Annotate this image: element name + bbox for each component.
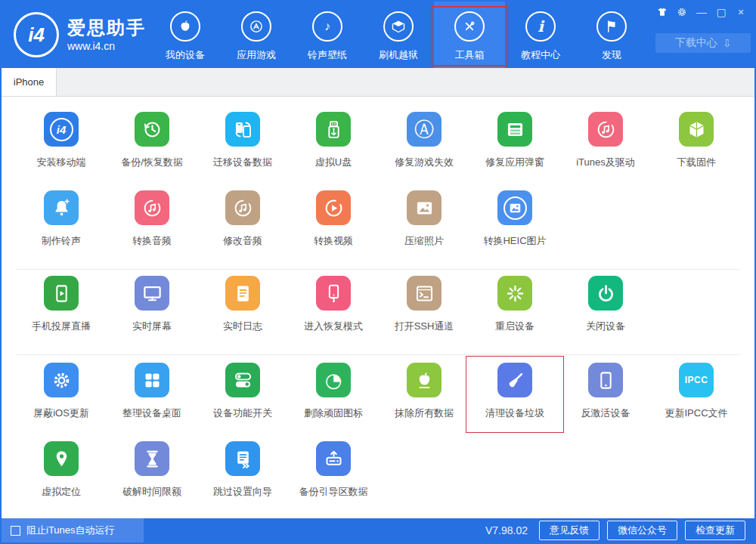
tool-itunes-driver[interactable]: iTunes及驱动 <box>560 112 651 190</box>
tool-update-ipcc[interactable]: IPCC更新IPCC文件 <box>651 363 742 441</box>
settings-button[interactable] <box>674 5 689 19</box>
tool-make-ringtone[interactable]: 制作铃声 <box>16 190 107 269</box>
skin-button[interactable] <box>655 5 670 19</box>
ipcc-text-icon: IPCC <box>685 375 708 385</box>
tool-block-ios-update[interactable]: 屏蔽iOS更新 <box>16 363 107 441</box>
tool-convert-audio[interactable]: 转换音频 <box>107 190 197 269</box>
appstore-icon <box>249 19 264 34</box>
tool-virtual-location[interactable]: 虚拟定位 <box>16 441 107 520</box>
apple-erase-icon <box>414 370 435 391</box>
tool-live-log[interactable]: 实时日志 <box>197 276 288 354</box>
nav-label: 铃声壁纸 <box>308 48 347 62</box>
drive-backup-icon <box>324 449 344 469</box>
tool-label: 迁移设备数据 <box>213 156 272 169</box>
hourglass-icon <box>142 449 163 469</box>
app-url: www.i4.cn <box>67 40 146 52</box>
footer: 阻止iTunes自动运行 V7.98.02 意见反馈微信公众号检查更新 <box>2 518 754 542</box>
tool-compress-photos[interactable]: 压缩照片 <box>379 190 469 269</box>
tool-label: 虚拟U盘 <box>315 156 352 169</box>
tool-label: 转换音频 <box>132 234 172 248</box>
music-gear-icon <box>596 119 616 140</box>
tool-backup-boot-data[interactable]: 备份引导区数据 <box>288 441 379 520</box>
tool-convert-heic[interactable]: 转换HEIC图片 <box>469 190 560 269</box>
block-itunes-label: 阻止iTunes自动运行 <box>26 524 115 537</box>
version-label: V7.98.02 <box>485 524 528 536</box>
maximize-icon: ▢ <box>716 7 726 17</box>
photo-icon <box>414 198 435 218</box>
tool-label: 关闭设备 <box>586 320 625 333</box>
tool-label: 抹除所有数据 <box>395 406 454 420</box>
checkbox-icon[interactable] <box>11 526 20 536</box>
tool-label: 备份引导区数据 <box>299 485 368 499</box>
footer-buttons: 意见反馈微信公众号检查更新 <box>539 521 745 540</box>
minimize-button[interactable]: — <box>694 5 709 19</box>
check-update-button[interactable]: 检查更新 <box>685 521 745 540</box>
tool-label: 跳过设置向导 <box>213 485 272 499</box>
app-window: i4 爱思助手 www.i4.cn 我的设备应用游戏♪铃声壁纸刷机越狱工具箱i教… <box>0 0 756 544</box>
feedback-button[interactable]: 意见反馈 <box>539 521 600 540</box>
tool-screen-mirror[interactable]: 手机投屏直播 <box>16 276 107 354</box>
tab-iphone[interactable]: iPhone <box>2 68 57 96</box>
tool-install-mobile[interactable]: i4安装移动端 <box>16 112 107 190</box>
tool-modify-audio[interactable]: 修改音频 <box>197 190 288 269</box>
maximize-button[interactable]: ▢ <box>714 5 729 19</box>
nav-item-discover[interactable]: 发现 <box>576 2 647 68</box>
tool-recovery-mode[interactable]: 进入恢复模式 <box>288 276 379 354</box>
nav-item-my-devices[interactable]: 我的设备 <box>150 2 221 68</box>
tools-icon <box>462 19 477 34</box>
wechat-button[interactable]: 微信公众号 <box>607 521 677 540</box>
tab-bar: iPhone <box>2 68 754 97</box>
tool-migrate-data[interactable]: 迁移设备数据 <box>197 112 288 190</box>
tool-organize-desktop[interactable]: 整理设备桌面 <box>107 363 197 441</box>
download-center-button[interactable]: 下载中心 ⇩ <box>655 33 751 53</box>
tool-label: 进入恢复模式 <box>304 320 363 333</box>
tool-virtual-usb[interactable]: 虚拟U盘 <box>288 112 379 190</box>
close-icon: × <box>738 7 744 17</box>
tool-fix-games[interactable]: Ⓐ修复游戏失效 <box>379 112 469 190</box>
tool-restart-device[interactable]: 重启设备 <box>469 276 560 354</box>
close-button[interactable]: × <box>733 5 748 19</box>
migrate-phones-icon <box>233 119 253 140</box>
tool-shutdown-device[interactable]: 关闭设备 <box>560 276 651 354</box>
nav-label: 发现 <box>602 48 621 62</box>
appstore-fix-icon: Ⓐ <box>414 119 434 139</box>
tool-deactivate-device[interactable]: 反激活设备 <box>560 363 651 441</box>
tool-convert-video[interactable]: 转换视频 <box>288 190 379 269</box>
nav-item-apps-games[interactable]: 应用游戏 <box>221 2 292 68</box>
music-note-icon: ♪ <box>324 20 330 33</box>
phone-play-icon <box>51 283 72 304</box>
nav-label: 我的设备 <box>166 48 205 62</box>
download-center-label: 下载中心 <box>675 36 717 50</box>
tool-backup-restore[interactable]: 备份/恢复数据 <box>107 112 197 190</box>
tool-fix-app-popup[interactable]: 修复应用弹窗 <box>469 112 560 190</box>
tool-remove-stubborn-icons[interactable]: ◔删除顽固图标 <box>288 363 379 441</box>
tool-skip-setup[interactable]: 跳过设置向导 <box>197 441 288 520</box>
cube-icon <box>686 119 707 140</box>
nav-item-toolbox[interactable]: 工具箱 <box>434 2 505 68</box>
document-icon <box>233 283 253 304</box>
broom-icon <box>505 370 525 391</box>
tool-ssh-channel[interactable]: 打开SSH通道 <box>379 276 469 354</box>
tool-live-screen[interactable]: 实时屏幕 <box>107 276 197 354</box>
tool-label: 更新IPCC文件 <box>665 406 727 420</box>
tool-label: 转换视频 <box>314 234 353 248</box>
tool-label: 安装移动端 <box>37 156 86 169</box>
skip-wizard-icon <box>233 449 253 469</box>
nav-label: 教程中心 <box>521 48 560 62</box>
tool-label: 下载固件 <box>677 156 716 169</box>
tool-crack-screen-time[interactable]: 破解时间限额 <box>107 441 197 520</box>
tool-clean-junk[interactable]: 清理设备垃圾 <box>469 363 560 441</box>
tool-label: 压缩照片 <box>404 234 444 248</box>
nav-item-ringtones-wallpapers[interactable]: ♪铃声壁纸 <box>292 2 363 68</box>
tool-feature-toggles[interactable]: 设备功能开关 <box>197 363 288 441</box>
header: i4 爱思助手 www.i4.cn 我的设备应用游戏♪铃声壁纸刷机越狱工具箱i教… <box>2 2 754 68</box>
nav-item-flash-jailbreak[interactable]: 刷机越狱 <box>363 2 434 68</box>
apple-id-card-icon <box>505 119 525 140</box>
tool-erase-all-data[interactable]: 抹除所有数据 <box>379 363 469 441</box>
nav-item-tutorials[interactable]: i教程中心 <box>505 2 576 68</box>
i4-logo-icon: i4 <box>50 118 73 141</box>
block-itunes-checkbox-row[interactable]: 阻止iTunes自动运行 <box>2 518 144 542</box>
gear-icon <box>677 7 687 17</box>
tool-label: 实时屏幕 <box>132 320 172 333</box>
tool-download-firmware[interactable]: 下载固件 <box>651 112 742 190</box>
